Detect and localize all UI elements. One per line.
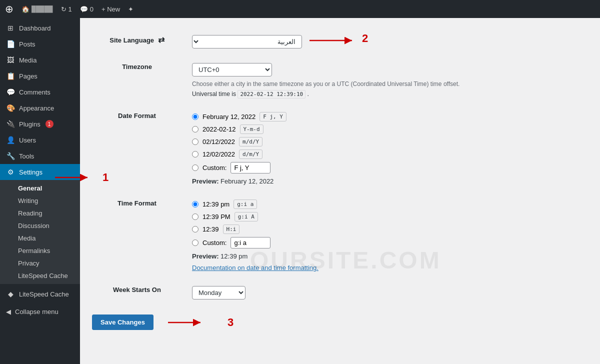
admin-bar: ⊕ 🏠 █████ ↻ 1 💬 0 + New ✦ — [0, 0, 600, 18]
sidebar-item-media[interactable]: 🖼 Media — [0, 52, 80, 68]
date-format-radio-custom[interactable] — [192, 164, 198, 171]
date-format-row: Date Format February 12, 2022 F j, Y 202… — [92, 105, 588, 192]
time-format-row: Time Format 12:39 pm g:i a 12:39 PM g:i … — [92, 192, 588, 279]
comments-count: 0 — [90, 6, 94, 13]
sidebar-item-appearance[interactable]: 🎨 Appearance — [0, 100, 80, 116]
sidebar-item-comments[interactable]: 💬 Comments — [0, 84, 80, 100]
time-format-option-1: 12:39 pm g:i a — [192, 200, 583, 209]
date-format-code-1: F j, Y — [260, 112, 286, 122]
sidebar-item-settings[interactable]: ⚙ Settings — [0, 164, 80, 180]
submenu-privacy[interactable]: Privacy — [0, 257, 80, 270]
date-format-custom-input[interactable] — [230, 162, 270, 174]
date-format-radio-4[interactable] — [192, 151, 198, 158]
sidebar-label-plugins: Plugins — [19, 120, 40, 128]
site-name: █████ — [32, 6, 53, 12]
date-format-radio-3[interactable] — [192, 138, 198, 145]
sidebar-item-litespeed[interactable]: ◆ LiteSpeed Cache — [0, 286, 80, 302]
timezone-select[interactable]: UTC+0 UTC+1 — [192, 63, 272, 76]
plugins-badge: 1 — [46, 120, 54, 128]
timezone-note: Choose either a city in the same timezon… — [192, 80, 583, 88]
site-language-label: Site Language ⇄ — [92, 28, 192, 56]
annotation-number-2: 2 — [362, 32, 368, 45]
site-language-cell: العربية English 2 — [192, 28, 588, 56]
sidebar-label-tools: Tools — [19, 152, 34, 160]
submenu-reading[interactable]: Reading — [0, 207, 80, 220]
collapse-menu-button[interactable]: ◀ Collapse menu — [0, 304, 80, 320]
time-format-cell: 12:39 pm g:i a 12:39 PM g:i A 12:39 H:i — [192, 192, 588, 279]
time-format-label-1[interactable]: 12:39 pm — [202, 200, 230, 208]
date-format-label-4[interactable]: 12/02/2022 — [202, 150, 235, 158]
sidebar-item-pages[interactable]: 📋 Pages — [0, 68, 80, 84]
sidebar-item-tools[interactable]: 🔧 Tools — [0, 148, 80, 164]
sidebar-item-posts[interactable]: 📄 Posts — [0, 36, 80, 52]
submit-section: Save Changes 3 — [92, 306, 588, 334]
date-format-radio-2[interactable] — [192, 126, 198, 132]
sidebar-item-plugins[interactable]: 🔌 Plugins 1 — [0, 116, 80, 132]
universal-time-suffix: . — [308, 90, 309, 98]
date-format-label-custom[interactable]: Custom: — [202, 164, 226, 172]
sidebar-item-dashboard[interactable]: ⊞ Dashboard — [0, 20, 80, 36]
date-format-code-4: d/m/Y — [239, 150, 262, 159]
dashboard-icon: ⊞ — [6, 24, 15, 32]
date-format-preview: Preview: February 12, 2022 — [192, 178, 583, 185]
settings-icon: ⚙ — [6, 168, 15, 176]
time-format-preview: Preview: 12:39 pm — [192, 252, 583, 260]
week-starts-label: Week Starts On — [92, 279, 192, 307]
sidebar-label-settings: Settings — [19, 168, 42, 176]
site-language-row: Site Language ⇄ العربية English — [92, 28, 588, 56]
new-button[interactable]: + New — [102, 6, 120, 13]
time-format-radio-2[interactable] — [192, 214, 198, 220]
date-format-option-2: 2022-02-12 Y-m-d — [192, 124, 583, 134]
submenu-discussion[interactable]: Discussion — [0, 220, 80, 232]
date-format-radio-1[interactable] — [192, 114, 198, 120]
home-link[interactable]: 🏠 █████ — [22, 6, 53, 13]
sidebar-item-users[interactable]: 👤 Users — [0, 132, 80, 148]
time-format-radio-3[interactable] — [192, 226, 198, 232]
time-format-code-3: H:i — [223, 224, 240, 234]
date-format-option-4: 12/02/2022 d/m/Y — [192, 150, 583, 159]
comments-icon: 💬 — [80, 6, 88, 13]
date-format-label-2[interactable]: 2022-02-12 — [202, 126, 236, 133]
sidebar-label-litespeed: LiteSpeed Cache — [19, 290, 69, 298]
submenu-permalinks[interactable]: Permalinks — [0, 244, 80, 257]
time-format-code-2: g:i A — [234, 212, 258, 222]
doc-link[interactable]: Documentation on date and time formattin… — [192, 264, 318, 272]
date-format-label-1[interactable]: February 12, 2022 — [202, 113, 256, 120]
time-format-option-3: 12:39 H:i — [192, 224, 583, 234]
time-format-label-3[interactable]: 12:39 — [202, 226, 219, 233]
sidebar-label-appearance: Appearance — [19, 104, 54, 112]
updates-icon: ↻ — [61, 6, 66, 13]
submenu-litespeed-cache[interactable]: LiteSpeed Cache — [0, 270, 80, 282]
time-format-option-2: 12:39 PM g:i A — [192, 212, 583, 222]
updates-count: 1 — [68, 6, 72, 13]
updates-link[interactable]: ↻ 1 — [61, 6, 72, 13]
time-format-label-2[interactable]: 12:39 PM — [202, 213, 230, 220]
time-format-doc: Documentation on date and time formattin… — [192, 264, 583, 272]
home-icon: 🏠 — [22, 6, 30, 13]
time-format-label-custom[interactable]: Custom: — [202, 239, 226, 246]
submenu-writing[interactable]: Writing — [0, 194, 80, 207]
wp-logo[interactable]: ⊕ — [5, 3, 14, 15]
time-format-option-custom: Custom: — [192, 237, 583, 248]
comments-sidebar-icon: 💬 — [6, 88, 15, 96]
date-format-label-3[interactable]: 02/12/2022 — [202, 138, 235, 146]
submenu-media[interactable]: Media — [0, 232, 80, 244]
universal-time-value: 2022-02-12 12:39:10 — [238, 90, 306, 98]
universal-time-prefix: Universal time is — [192, 90, 236, 98]
timezone-row: Timezone UTC+0 UTC+1 Choose either a cit… — [92, 56, 588, 105]
comments-link[interactable]: 💬 0 — [80, 6, 94, 13]
site-language-select[interactable]: العربية English — [192, 35, 302, 48]
date-format-preview-label: Preview: — [192, 178, 218, 185]
collapse-icon: ◀ — [6, 308, 11, 316]
date-format-option-1: February 12, 2022 F j, Y — [192, 112, 583, 122]
time-format-radio-custom[interactable] — [192, 240, 198, 246]
save-changes-button[interactable]: Save Changes — [92, 314, 154, 330]
annotation-arrow-3 — [166, 316, 216, 330]
star-link[interactable]: ✦ — [128, 6, 134, 13]
submenu-general[interactable]: General — [0, 182, 80, 194]
time-format-preview-value: 12:39 pm — [220, 252, 248, 260]
collapse-label: Collapse menu — [15, 308, 58, 316]
time-format-radio-1[interactable] — [192, 201, 198, 208]
week-starts-select[interactable]: Sunday Monday Tuesday Wednesday Thursday… — [192, 286, 246, 300]
time-format-custom-input[interactable] — [230, 237, 270, 248]
